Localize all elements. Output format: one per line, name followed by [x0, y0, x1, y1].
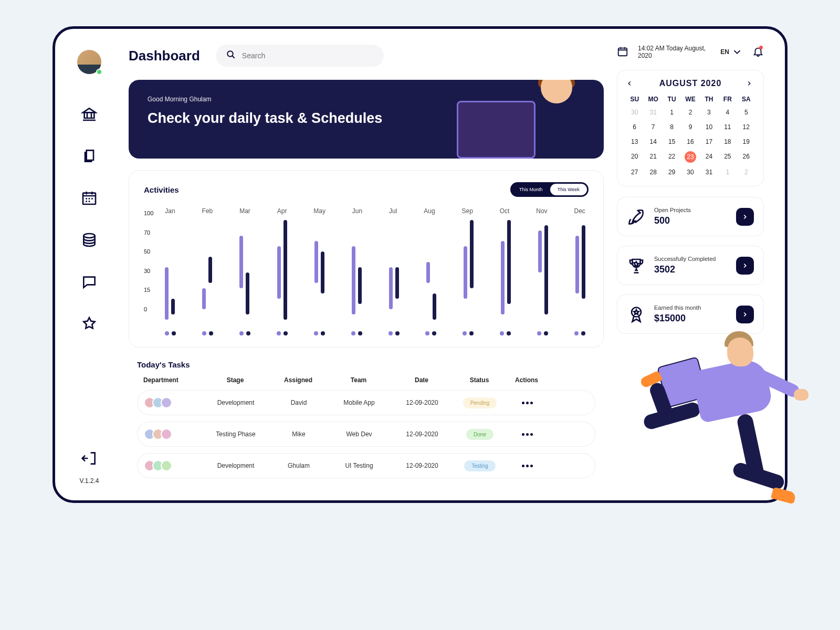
cal-day[interactable]: 14 [644, 136, 662, 147]
cal-day[interactable]: 19 [738, 136, 755, 147]
team-avatars [144, 428, 202, 440]
cal-day[interactable]: 25 [719, 151, 736, 163]
dot-purple [202, 331, 206, 335]
dot-purple [388, 331, 393, 335]
language-selector[interactable]: EN [720, 46, 743, 58]
month-label: Jul [389, 207, 397, 215]
cal-day[interactable]: 22 [663, 151, 680, 163]
cal-dow: SA [738, 96, 755, 103]
cal-dow: FR [719, 96, 736, 103]
calendar-widget: AUGUST 2020 SUMOTUWETHFRSA30311234567891… [617, 70, 764, 186]
bar-dark [395, 267, 399, 299]
stat-arrow-button[interactable] [736, 306, 754, 323]
cal-day[interactable]: 24 [700, 151, 718, 163]
bar-purple [426, 262, 430, 283]
toggle-week[interactable]: This Week [550, 184, 587, 195]
cal-day[interactable]: 4 [719, 107, 736, 118]
cal-day[interactable]: 1 [663, 107, 680, 118]
cal-day[interactable]: 18 [719, 136, 736, 147]
logout-icon[interactable] [81, 450, 98, 467]
bar-dark [358, 267, 362, 304]
stat-arrow-button[interactable] [736, 208, 754, 226]
svg-point-1 [83, 234, 94, 238]
dot-purple [239, 331, 244, 335]
cal-day[interactable]: 31 [644, 107, 662, 118]
cell-team: Web Dev [328, 430, 391, 438]
cal-day[interactable]: 2 [681, 107, 699, 118]
stat-arrow-button[interactable] [736, 257, 754, 275]
notifications-button[interactable] [752, 46, 764, 59]
dot-purple [574, 331, 579, 335]
cell-assigned: David [270, 399, 328, 406]
month-label: Jun [352, 207, 362, 215]
cal-day[interactable]: 20 [626, 151, 643, 163]
cal-day[interactable]: 10 [700, 122, 718, 132]
month-bars [464, 220, 474, 325]
month-bars [314, 220, 324, 325]
cal-day[interactable]: 30 [626, 107, 643, 118]
cal-day[interactable]: 23 [685, 151, 696, 163]
month-label: Mar [239, 207, 250, 215]
cal-day[interactable]: 29 [663, 167, 680, 177]
cal-day[interactable]: 11 [719, 122, 736, 132]
calendar-prev[interactable] [626, 79, 635, 88]
cal-day[interactable]: 2 [738, 167, 755, 177]
coins-icon[interactable] [81, 232, 98, 248]
col-team: Team [327, 376, 390, 384]
chat-icon[interactable] [81, 274, 98, 290]
user-avatar[interactable] [77, 50, 101, 74]
cal-day[interactable]: 28 [644, 167, 662, 177]
y-tick: 0 [144, 306, 153, 312]
documents-icon[interactable] [81, 148, 98, 164]
svg-rect-3 [618, 48, 627, 56]
dot-purple [165, 331, 169, 335]
bar-purple [352, 246, 355, 314]
cal-day[interactable]: 9 [681, 122, 699, 132]
dot-dark [209, 331, 213, 335]
month-bars [575, 220, 585, 325]
search-box[interactable] [216, 45, 384, 67]
cal-day[interactable]: 31 [700, 167, 718, 177]
bank-icon[interactable] [81, 106, 98, 122]
row-actions[interactable] [506, 433, 548, 436]
cal-day[interactable]: 6 [626, 122, 643, 132]
cal-day[interactable]: 30 [681, 167, 699, 177]
row-actions[interactable] [506, 465, 548, 467]
cal-day[interactable]: 15 [663, 136, 680, 147]
cal-day[interactable]: 13 [626, 136, 643, 147]
cal-day[interactable]: 3 [700, 107, 718, 118]
cal-day[interactable]: 12 [738, 122, 755, 132]
stat-label: Successfully Completed [654, 256, 728, 262]
month-bars [202, 220, 212, 325]
toggle-month[interactable]: This Month [512, 184, 550, 195]
row-actions[interactable] [506, 402, 548, 404]
dot-dark [172, 331, 176, 335]
cal-day[interactable]: 5 [738, 107, 755, 118]
cal-day[interactable]: 21 [644, 151, 662, 163]
calendar-next[interactable] [746, 79, 755, 88]
status-badge: Done [466, 429, 494, 440]
cal-day[interactable]: 16 [681, 136, 699, 147]
cal-day[interactable]: 17 [700, 136, 718, 147]
search-input[interactable] [242, 51, 373, 60]
dot-purple [463, 331, 467, 335]
trophy-icon [627, 256, 646, 275]
dot-dark [469, 331, 474, 335]
cell-stage: Development [202, 462, 270, 469]
bar-purple [464, 246, 467, 299]
month-label: Oct [500, 207, 510, 215]
y-tick: 15 [144, 287, 153, 293]
cal-day[interactable]: 27 [626, 167, 643, 177]
cal-day[interactable]: 1 [719, 167, 736, 177]
calendar-icon[interactable] [81, 190, 98, 206]
cal-day[interactable]: 26 [738, 151, 755, 163]
star-icon[interactable] [81, 316, 98, 332]
bar-purple [165, 267, 169, 320]
month-label: Feb [202, 207, 213, 215]
dot-purple [314, 331, 318, 335]
cell-stage: Development [202, 399, 270, 406]
dot-purple [425, 331, 429, 335]
cal-day[interactable]: 7 [644, 122, 662, 132]
col-status: Status [453, 376, 506, 384]
cal-day[interactable]: 8 [663, 122, 680, 132]
